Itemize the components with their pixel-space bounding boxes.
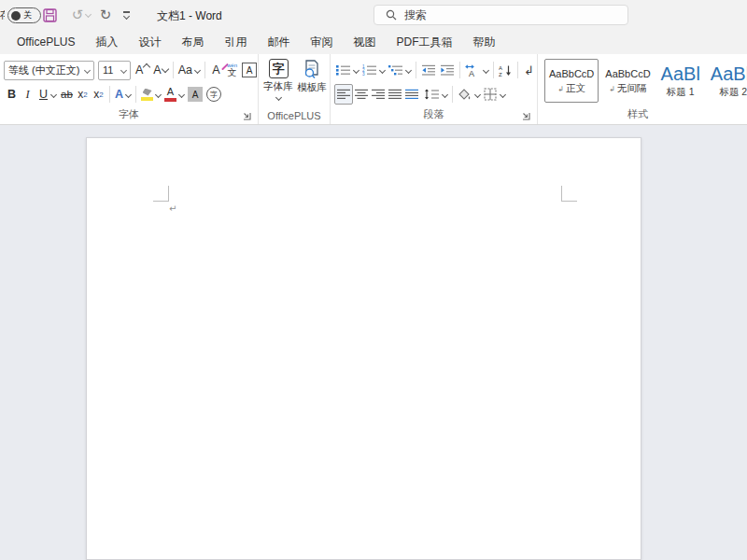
tab-officeplus[interactable]: OfficePLUS xyxy=(7,30,85,54)
tab-review[interactable]: 审阅 xyxy=(300,30,343,54)
sort-button[interactable]: A Z xyxy=(497,60,514,80)
justify-icon xyxy=(388,89,402,100)
numbering-icon: 1 2 3 xyxy=(362,64,376,76)
font-size-combobox[interactable]: 11 xyxy=(98,61,131,80)
save-icon xyxy=(43,8,57,22)
style-normal[interactable]: AaBbCcD ↲正文 xyxy=(544,59,599,103)
italic-button[interactable]: I xyxy=(20,84,35,105)
tab-references[interactable]: 引用 xyxy=(214,30,257,54)
tab-pdf-tools[interactable]: PDF工具箱 xyxy=(386,30,462,54)
change-case-icon: Aa xyxy=(178,63,192,77)
ribbon-tab-row: OfficePLUS 插入 设计 布局 引用 邮件 审阅 视图 PDF工具箱 帮… xyxy=(0,30,747,54)
document-title: 文档1 - Word xyxy=(157,8,222,24)
style-name: ↲正文 xyxy=(557,82,585,95)
increase-indent-icon xyxy=(440,64,455,76)
sort-icon: A Z xyxy=(499,64,513,77)
bold-icon: B xyxy=(7,88,16,101)
margin-crop-mark-left-icon xyxy=(153,186,169,202)
search-input[interactable] xyxy=(404,8,591,21)
paragraph-group-label: 段落 xyxy=(331,107,537,121)
font-color-icon: A xyxy=(164,87,176,102)
font-name-combobox[interactable]: 等线 (中文正文) xyxy=(4,61,94,80)
bold-button[interactable]: B xyxy=(4,84,20,105)
style-heading-1[interactable]: AaBl 标题 1 xyxy=(657,59,704,103)
superscript-button[interactable]: x2 xyxy=(91,84,106,105)
text-effects-icon: A xyxy=(115,88,123,101)
save-button[interactable] xyxy=(39,6,60,24)
phonetic-guide-button[interactable]: wén 文 xyxy=(224,60,240,80)
bullets-icon xyxy=(336,64,350,76)
officeplus-group-label: OfficePLUS xyxy=(259,110,330,121)
character-border-button[interactable]: A xyxy=(240,60,259,80)
tab-design[interactable]: 设计 xyxy=(128,30,171,54)
svg-text:Z: Z xyxy=(499,72,502,77)
line-spacing-icon xyxy=(424,89,439,100)
grow-font-icon: A xyxy=(135,63,143,77)
paragraph-mark: ↵ xyxy=(169,203,176,214)
template-library-icon xyxy=(302,59,322,79)
style-heading-2[interactable]: AaBb 标题 2 xyxy=(707,59,747,103)
grow-font-button[interactable]: A xyxy=(134,60,151,80)
show-hide-marks-button[interactable]: ↲ xyxy=(521,60,537,80)
underline-button[interactable]: U xyxy=(35,84,51,105)
line-spacing-button[interactable] xyxy=(422,84,449,105)
font-dialog-launcher[interactable] xyxy=(242,111,251,120)
customize-toolbar-icon xyxy=(123,11,130,19)
font-library-button[interactable]: 字 字体库 xyxy=(261,54,295,100)
tab-layout[interactable]: 布局 xyxy=(171,30,214,54)
style-name: 标题 1 xyxy=(667,86,695,99)
shrink-font-button[interactable]: A xyxy=(151,60,169,80)
chevron-down-icon xyxy=(194,66,201,73)
svg-text:A: A xyxy=(499,65,502,71)
subscript-button[interactable]: x2 xyxy=(75,84,91,105)
style-no-spacing[interactable]: AaBbCcD ↲无间隔 xyxy=(601,59,654,103)
enclose-characters-button[interactable]: 字 xyxy=(204,84,223,105)
tab-help[interactable]: 帮助 xyxy=(462,30,505,54)
borders-button[interactable] xyxy=(482,84,507,105)
chevron-down-icon xyxy=(353,66,359,73)
tab-mailings[interactable]: 邮件 xyxy=(257,30,300,54)
style-preview: AaBb xyxy=(711,64,747,83)
ribbon: 等线 (中文正文) 11 A A Aa xyxy=(0,54,747,125)
align-center-button[interactable] xyxy=(353,84,370,105)
word-window: 存 关 ↺ ↻ 文档1 - Word xyxy=(0,0,747,560)
document-page[interactable]: ↵ xyxy=(86,137,641,560)
clear-formatting-button[interactable]: A xyxy=(208,60,224,80)
tab-view[interactable]: 视图 xyxy=(343,30,386,54)
document-canvas: ↵ xyxy=(0,125,747,560)
change-case-button[interactable]: Aa xyxy=(176,60,202,80)
font-color-button[interactable]: A xyxy=(162,84,186,105)
chevron-down-icon xyxy=(155,91,162,97)
asian-layout-button[interactable]: A xyxy=(463,60,490,80)
shading-button[interactable] xyxy=(456,84,482,105)
strikethrough-button[interactable]: ab xyxy=(59,84,75,105)
highlight-color-button[interactable] xyxy=(139,84,162,105)
redo-button[interactable]: ↻ xyxy=(95,6,116,24)
clear-formatting-icon: A xyxy=(212,63,219,77)
numbering-button[interactable]: 1 2 3 xyxy=(360,60,387,80)
align-left-button[interactable] xyxy=(334,84,353,105)
chevron-down-icon xyxy=(474,91,481,97)
tab-insert[interactable]: 插入 xyxy=(85,30,128,54)
search-box[interactable] xyxy=(374,5,628,25)
customize-quick-access-button[interactable] xyxy=(116,6,136,24)
align-right-button[interactable] xyxy=(370,84,387,105)
underline-dropdown-chevron-icon[interactable] xyxy=(50,91,57,97)
borders-icon xyxy=(484,88,497,101)
toggle-knob-icon xyxy=(11,11,21,21)
template-library-button[interactable]: 模板库 xyxy=(295,54,329,100)
increase-indent-button[interactable] xyxy=(438,60,457,80)
decrease-indent-button[interactable] xyxy=(419,60,438,80)
text-effects-button[interactable]: A xyxy=(113,84,133,105)
multilevel-list-button[interactable] xyxy=(387,60,413,80)
distribute-button[interactable] xyxy=(403,84,420,105)
paragraph-dialog-launcher[interactable] xyxy=(521,111,530,120)
align-center-icon xyxy=(355,89,368,100)
character-shading-button[interactable]: A xyxy=(186,84,204,105)
shading-bucket-icon xyxy=(458,89,472,101)
paragraph-group: 1 2 3 xyxy=(331,54,538,124)
bullets-button[interactable] xyxy=(334,60,360,80)
dialog-launcher-icon xyxy=(242,111,251,120)
autosave-toggle[interactable]: 关 xyxy=(7,7,41,23)
justify-button[interactable] xyxy=(387,84,403,105)
